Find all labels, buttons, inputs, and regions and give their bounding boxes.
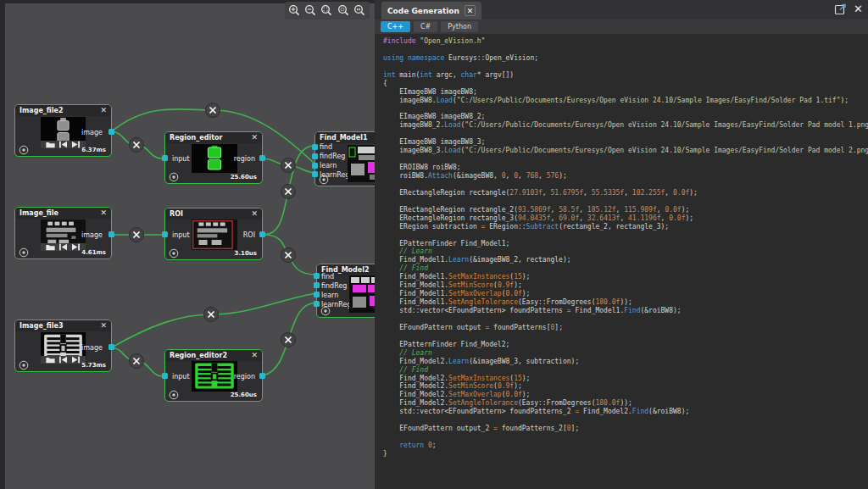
output-port[interactable]: [108, 129, 114, 135]
disconnect-icon[interactable]: [281, 248, 296, 263]
thumbnail-solder-pad: [41, 117, 86, 148]
disconnect-icon[interactable]: [204, 308, 219, 322]
zoom-in-icon[interactable]: [287, 3, 302, 18]
input-port-label: find: [321, 273, 334, 281]
input-port-label: findReg: [320, 153, 345, 161]
output-port[interactable]: [259, 231, 265, 237]
input-port-label: input: [172, 155, 190, 163]
input-port-learn[interactable]: [312, 163, 318, 169]
app-window: Image_file2✕ image 6.37ms: [0, 0, 868, 489]
popout-icon[interactable]: [834, 3, 847, 15]
input-port-label: find: [320, 143, 332, 152]
input-port-find[interactable]: [314, 273, 320, 279]
tab-code-generation[interactable]: Code Generation ✕: [381, 2, 481, 19]
node-title: Image_file2: [19, 107, 100, 114]
panel-header: Code Generation ✕ ✕: [375, 0, 868, 19]
input-port-label: findReg: [321, 282, 347, 291]
execution-time: 5.73ms: [81, 362, 106, 369]
disconnect-icon[interactable]: [130, 228, 144, 242]
disconnect-icon[interactable]: [130, 354, 144, 369]
execution-time: 6.37ms: [81, 147, 106, 153]
language-tab-bar: C++ C# Python: [375, 19, 868, 34]
node-find-model2[interactable]: Find_Model2✕ find findReg learn learnReg: [316, 264, 375, 318]
node-image-file2[interactable]: Image_file2✕ image 6.37ms: [14, 104, 112, 157]
visibility-eye-icon[interactable]: [169, 172, 179, 182]
node-roi[interactable]: ROI✕ input ROI 3.10us: [164, 208, 263, 260]
close-icon[interactable]: ✕: [251, 134, 258, 142]
node-image-file3[interactable]: Image_file3✕ image: [14, 320, 112, 372]
input-port-learnreg[interactable]: [312, 171, 318, 177]
output-port-label: region: [234, 373, 255, 381]
input-port-learnreg[interactable]: [314, 301, 320, 307]
disconnect-icon[interactable]: [206, 103, 220, 118]
thumbnail-pcb: [41, 219, 86, 251]
close-icon[interactable]: ✕: [100, 322, 107, 330]
thumbnail-region-green: [192, 144, 237, 173]
output-port[interactable]: [108, 231, 114, 237]
execution-time: 4.61ms: [81, 249, 106, 256]
close-icon[interactable]: ✕: [251, 352, 258, 359]
execution-time: 3.10us: [235, 250, 257, 257]
disconnect-icon[interactable]: [281, 158, 296, 173]
node-title: Image_file: [19, 209, 100, 217]
tab-close-icon[interactable]: ✕: [465, 5, 476, 16]
zoom-out-icon[interactable]: [303, 3, 318, 18]
execution-time: 25.60us: [231, 392, 257, 398]
output-port-label: image: [81, 231, 103, 239]
tab-csharp[interactable]: C#: [414, 21, 437, 32]
output-port[interactable]: [259, 155, 265, 161]
thumbnail-comb-pattern: [41, 332, 86, 364]
input-port-label: input: [172, 231, 190, 239]
input-port-findreg[interactable]: [314, 282, 320, 288]
input-port-label: input: [172, 373, 190, 381]
output-port-label: image: [81, 344, 103, 352]
input-port-label: learn: [320, 162, 337, 170]
zoom-selection-icon[interactable]: [337, 3, 351, 18]
node-region-editor2[interactable]: Region_editor2✕ input region 25.60us: [164, 349, 263, 402]
node-region-editor[interactable]: Region_editor✕ input region 25.60us: [164, 131, 263, 184]
thumbnail-pcb-roi: [192, 219, 237, 250]
input-port-label: learn: [321, 292, 338, 300]
disconnect-icon[interactable]: [281, 185, 296, 199]
input-port[interactable]: [162, 155, 168, 161]
visibility-eye-icon[interactable]: [169, 248, 179, 258]
visibility-eye-icon[interactable]: [319, 175, 329, 185]
execution-time: 25.60us: [231, 174, 257, 181]
zoom-toolbar: [285, 2, 370, 19]
node-title: Image_file3: [19, 322, 100, 330]
node-image-file[interactable]: Image_file✕ image: [14, 207, 112, 259]
visibility-eye-icon[interactable]: [320, 306, 331, 316]
output-port-label: region: [234, 155, 255, 163]
disconnect-icon[interactable]: [130, 138, 144, 153]
visibility-eye-icon[interactable]: [19, 247, 29, 258]
visibility-eye-icon[interactable]: [169, 390, 179, 400]
node-title: Find_Model1: [320, 134, 375, 142]
node-title: Region_editor: [170, 134, 251, 142]
zoom-actual-icon[interactable]: [353, 3, 367, 18]
output-port[interactable]: [259, 373, 265, 379]
code-area[interactable]: #include "Open_eVision.h" using namespac…: [375, 34, 868, 489]
visibility-eye-icon[interactable]: [19, 360, 29, 370]
visibility-eye-icon[interactable]: [19, 145, 29, 155]
output-port-label: image: [81, 129, 103, 136]
node-graph-canvas[interactable]: Image_file2✕ image 6.37ms: [0, 0, 375, 489]
tab-cpp[interactable]: C++: [381, 21, 410, 32]
close-icon[interactable]: ✕: [251, 210, 258, 218]
disconnect-icon[interactable]: [281, 333, 296, 347]
node-title: ROI: [170, 210, 251, 218]
input-port-learn[interactable]: [314, 292, 320, 297]
tab-python[interactable]: Python: [441, 21, 478, 32]
node-find-model1[interactable]: Find_Model1✕ find findReg learn learnReg: [314, 131, 375, 186]
zoom-fit-icon[interactable]: [320, 3, 334, 18]
tab-title: Code Generation: [387, 7, 459, 15]
output-port[interactable]: [108, 344, 114, 350]
input-port[interactable]: [162, 373, 168, 379]
node-title: Region_editor2: [170, 352, 251, 359]
input-port-find[interactable]: [312, 144, 318, 150]
close-icon[interactable]: ✕: [100, 209, 107, 217]
input-port[interactable]: [162, 231, 168, 237]
close-icon[interactable]: ✕: [100, 107, 107, 114]
panel-close-icon[interactable]: ✕: [854, 3, 863, 15]
input-port-findreg[interactable]: [312, 153, 318, 159]
thumbnail-region-comb-green: [192, 361, 237, 392]
